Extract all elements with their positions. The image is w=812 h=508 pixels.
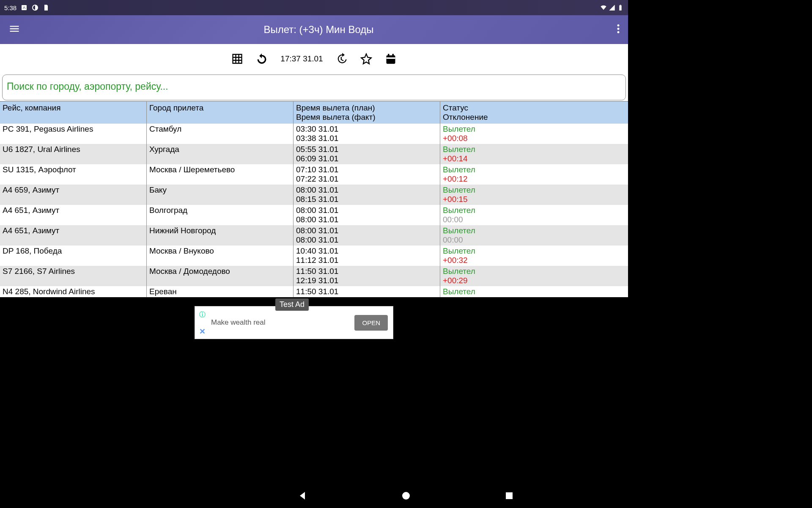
cell-flight: S7 2166, S7 Airlines [0,266,147,286]
refresh-icon[interactable] [256,53,268,65]
svg-point-5 [617,25,620,27]
toolbar-datetime: 17:37 31.01 [280,54,323,64]
cell-city: Ереван [147,286,294,297]
cell-city: Москва / Внуково [147,246,294,266]
cell-time: 08:00 31.0108:00 31.01 [294,205,440,225]
search-input[interactable]: Поиск по городу, аэропорту, рейсу... [2,75,626,100]
cell-flight: A4 651, Азимут [0,225,147,246]
cell-status: Вылетел [440,286,628,297]
th-city: Город прилета [147,102,294,124]
cell-status: Вылетел+00:15 [440,185,628,205]
cell-flight: N4 285, Nordwind Airlines [0,286,147,297]
ad-text: Make wealth real [211,318,354,327]
table-row[interactable]: A4 651, АзимутВолгоград08:00 31.0108:00 … [0,205,628,225]
table-row[interactable]: SU 1315, АэрофлотМосква / Шереметьево07:… [0,164,628,185]
table-row[interactable]: N4 285, Nordwind AirlinesЕреван11:50 31.… [0,286,628,297]
cell-city: Стамбул [147,124,294,144]
cell-status: Вылетел00:00 [440,225,628,246]
svg-rect-10 [392,54,394,56]
search-container: Поиск по городу, аэропорту, рейсу... [0,74,628,101]
app-bar: Вылет: (+3ч) Мин Воды [0,15,628,44]
ad-open-button[interactable]: OPEN [354,315,388,331]
svg-text:A: A [23,6,26,10]
menu-button[interactable] [8,23,20,36]
cell-time: 08:00 31.0108:00 31.01 [294,225,440,246]
cell-status: Вылетел+00:29 [440,266,628,286]
cell-time: 10:40 31.0111:12 31.01 [294,246,440,266]
cell-city: Баку [147,185,294,205]
flights-table: Рейс, компания Город прилета Время вылет… [0,101,628,297]
table-header: Рейс, компания Город прилета Время вылет… [0,101,628,124]
search-placeholder: Поиск по городу, аэропорту, рейсу... [7,81,168,92]
battery-icon [617,4,624,11]
cell-flight: A4 659, Азимут [0,185,147,205]
status-icon-circle [32,4,38,11]
cell-city: Хургада [147,144,294,164]
cell-flight: A4 651, Азимут [0,205,147,225]
status-time: 5:38 [4,4,16,11]
cell-status: Вылетел00:00 [440,205,628,225]
th-time: Время вылета (план)Время вылета (факт) [294,102,440,124]
cell-time: 11:50 31.0112:19 31.01 [294,266,440,286]
status-icon-a: A [21,4,27,11]
table-row[interactable]: A4 659, АзимутБаку08:00 31.0108:15 31.01… [0,185,628,205]
grid-icon[interactable] [231,53,243,65]
th-flight: Рейс, компания [0,102,147,124]
cell-status: Вылетел+00:12 [440,164,628,185]
svg-point-7 [617,31,620,33]
status-icon-sd [43,4,49,11]
calendar-icon[interactable] [385,53,397,65]
cell-flight: U6 1827, Ural Airlines [0,144,147,164]
cell-time: 08:00 31.0108:15 31.01 [294,185,440,205]
android-status-bar: 5:38 A [0,0,628,15]
star-icon[interactable] [360,53,372,65]
cell-city: Москва / Шереметьево [147,164,294,185]
cell-time: 03:30 31.0103:38 31.01 [294,124,440,144]
wifi-icon [600,4,607,11]
page-title: Вылет: (+3ч) Мин Воды [20,24,617,36]
cell-flight: PC 391, Pegasus Airlines [0,124,147,144]
overflow-menu-button[interactable] [617,24,620,36]
table-row[interactable]: PC 391, Pegasus AirlinesСтамбул03:30 31.… [0,124,628,144]
cell-time: 05:55 31.0106:09 31.01 [294,144,440,164]
history-icon[interactable] [336,53,348,65]
ad-label: Test Ad [275,298,309,311]
th-status: СтатусОтклонение [440,102,628,124]
table-row[interactable]: S7 2166, S7 AirlinesМосква / Домодедово1… [0,266,628,286]
table-row[interactable]: DP 168, ПобедаМосква / Внуково10:40 31.0… [0,246,628,266]
cell-city: Волгоград [147,205,294,225]
cell-status: Вылетел+00:32 [440,246,628,266]
cell-flight: SU 1315, Аэрофлот [0,164,147,185]
cell-time: 11:50 31.01 [294,286,440,297]
svg-rect-9 [388,54,390,56]
toolbar: 17:37 31.01 [0,44,628,74]
cell-status: Вылетел+00:08 [440,124,628,144]
ad-close-icon[interactable]: ✕ [199,327,206,336]
svg-rect-3 [619,6,621,11]
cell-flight: DP 168, Победа [0,246,147,266]
signal-icon [609,4,615,11]
ad-info-icon[interactable]: ⓘ [199,311,206,319]
ad-banner: Test Ad ⓘ ✕ Make wealth real OPEN [195,306,393,339]
svg-rect-4 [620,5,621,5]
table-row[interactable]: A4 651, АзимутНижний Новгород08:00 31.01… [0,225,628,246]
cell-city: Москва / Домодедово [147,266,294,286]
svg-rect-11 [386,58,395,59]
cell-status: Вылетел+00:14 [440,144,628,164]
cell-time: 07:10 31.0107:22 31.01 [294,164,440,185]
cell-city: Нижний Новгород [147,225,294,246]
table-body: PC 391, Pegasus AirlinesСтамбул03:30 31.… [0,124,628,297]
svg-point-6 [617,28,620,30]
table-row[interactable]: U6 1827, Ural AirlinesХургада05:55 31.01… [0,144,628,164]
svg-rect-8 [386,55,395,64]
